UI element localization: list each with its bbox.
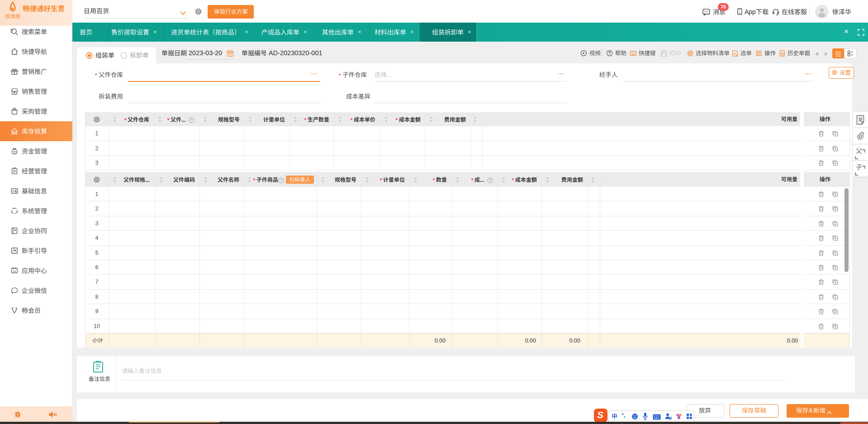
svg-text:15: 15 <box>669 417 672 419</box>
